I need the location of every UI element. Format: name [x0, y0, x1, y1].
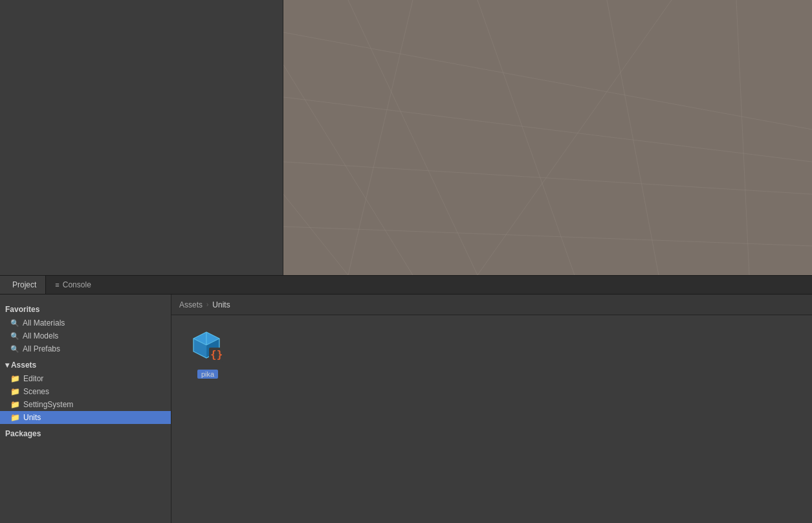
sidebar-item-scenes[interactable]: 📁 Scenes: [0, 385, 171, 398]
svg-line-11: [348, 0, 413, 275]
breadcrumb-separator: ›: [206, 301, 208, 308]
top-section: [0, 0, 812, 275]
folder-icon: 📁: [10, 413, 20, 422]
sidebar-item-scenes-label: Scenes: [23, 387, 49, 396]
console-icon: ≡: [55, 281, 59, 289]
sidebar-item-units-label: Units: [23, 413, 41, 422]
svg-line-4: [348, 0, 477, 275]
tab-project-label: Project: [12, 280, 36, 289]
svg-line-2: [283, 162, 812, 194]
svg-line-5: [477, 0, 575, 275]
svg-line-3: [283, 227, 812, 246]
breadcrumb: Assets › Units: [171, 295, 812, 315]
folder-icon: 📁: [10, 387, 20, 396]
svg-line-12: [477, 0, 672, 275]
svg-text:{}: {}: [210, 348, 223, 361]
sidebar-item-all-models-label: All Models: [23, 331, 58, 340]
sidebar: Favorites 🔍 All Materials 🔍 All Models 🔍…: [0, 295, 171, 523]
folder-icon: 📁: [10, 374, 20, 383]
sidebar-item-editor[interactable]: 📁 Editor: [0, 372, 171, 385]
tab-bar: Project ≡ Console: [0, 275, 812, 295]
asset-label-pika: pika: [197, 370, 218, 379]
search-icon: 🔍: [10, 345, 19, 353]
svg-line-10: [283, 194, 348, 275]
asset-item-pika[interactable]: {} pika: [182, 326, 234, 379]
search-icon: 🔍: [10, 332, 19, 340]
left-panel: [0, 0, 283, 275]
svg-line-7: [736, 0, 749, 275]
search-icon: 🔍: [10, 319, 19, 328]
svg-line-1: [283, 97, 812, 162]
scene-view: [283, 0, 812, 275]
sidebar-item-setting-system[interactable]: 📁 SettingSystem: [0, 398, 171, 411]
sidebar-item-all-materials[interactable]: 🔍 All Materials: [0, 317, 171, 329]
tab-console-label: Console: [63, 280, 91, 289]
sidebar-item-all-models[interactable]: 🔍 All Models: [0, 329, 171, 342]
scene-grid: [283, 0, 812, 275]
sidebar-item-units[interactable]: 📁 Units: [0, 411, 171, 424]
prefab-icon: {}: [188, 327, 227, 366]
breadcrumb-units: Units: [212, 300, 230, 309]
main-content: Assets › Units: [171, 295, 812, 523]
sidebar-item-all-prefabs[interactable]: 🔍 All Prefabs: [0, 342, 171, 355]
tab-console[interactable]: ≡ Console: [46, 276, 100, 294]
tab-project[interactable]: Project: [0, 276, 46, 294]
assets-header-label: ▾: [5, 361, 11, 370]
asset-icon-wrapper: {}: [187, 326, 228, 367]
assets-grid: {} pika: [171, 315, 812, 523]
sidebar-item-all-prefabs-label: All Prefabs: [23, 344, 60, 353]
sidebar-item-all-materials-label: All Materials: [23, 318, 65, 328]
svg-line-0: [283, 32, 812, 129]
folder-icon: 📁: [10, 400, 20, 409]
sidebar-item-editor-label: Editor: [23, 374, 43, 383]
assets-header: ▾ Assets: [0, 358, 171, 372]
favorites-header: Favorites: [0, 302, 171, 317]
breadcrumb-assets[interactable]: Assets: [179, 300, 203, 309]
bottom-section: Favorites 🔍 All Materials 🔍 All Models 🔍…: [0, 295, 812, 523]
sidebar-item-setting-system-label: SettingSystem: [23, 400, 73, 409]
packages-header: Packages: [0, 427, 171, 441]
